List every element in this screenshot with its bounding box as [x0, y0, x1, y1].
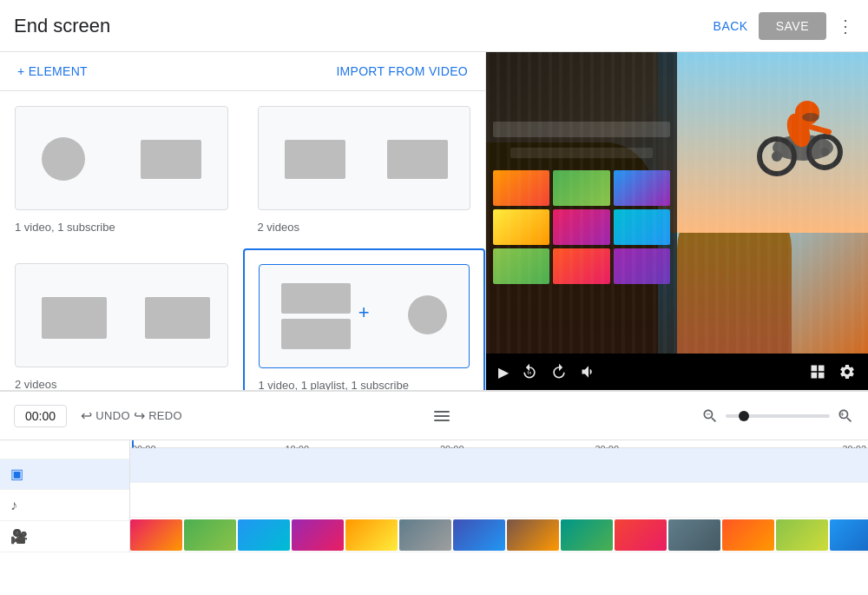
playlist-rects	[281, 283, 351, 349]
thumb-12	[722, 519, 774, 551]
controls-right	[807, 361, 858, 382]
video-overlay	[486, 52, 677, 354]
template-preview-3	[15, 263, 228, 367]
thumb-9	[561, 519, 613, 551]
app-header: End screen BACK SAVE ⋮	[0, 0, 868, 52]
thumb-1	[130, 519, 182, 551]
redo-label: REDO	[148, 409, 182, 422]
thumb-2	[184, 519, 236, 551]
header-actions: BACK SAVE ⋮	[713, 12, 854, 40]
zoom-out-button[interactable]	[701, 407, 719, 425]
volume-button[interactable]	[578, 361, 599, 382]
hamburger-menu[interactable]	[434, 411, 450, 421]
redo-arrow-icon: ↪	[134, 407, 145, 424]
template-card[interactable]: 2 videos	[0, 248, 243, 390]
zoom-in-button[interactable]	[837, 407, 854, 425]
video-preview	[486, 52, 868, 354]
back-button[interactable]: BACK	[713, 19, 748, 33]
thumb-6	[614, 209, 670, 245]
video-track-label[interactable]: 🎥	[0, 521, 129, 552]
thumb-6	[399, 519, 451, 551]
hamburger-line-2	[434, 415, 450, 417]
rewind-button[interactable]	[519, 361, 540, 382]
audio-track-row	[130, 483, 868, 518]
audio-track-label[interactable]: ♪	[0, 490, 129, 521]
ruler-marks: 00:00 10:00 20:00 30:00 39:02	[130, 440, 868, 447]
playlist-rect-bottom	[281, 319, 351, 349]
rect-shape-left2	[42, 297, 107, 339]
timeline-main: 00:00 10:00 20:00 30:00 39:02	[130, 440, 868, 552]
timeline-sidebar: ▣ ♪ 🎥	[0, 440, 130, 552]
save-button[interactable]: SAVE	[759, 12, 826, 40]
video-track-icon: 🎥	[10, 528, 28, 545]
screen-track-row	[130, 448, 868, 483]
rect-shape	[141, 140, 201, 179]
more-options-button[interactable]: ⋮	[837, 16, 854, 36]
subscribe-circle	[408, 295, 447, 334]
playlist-rect-top	[281, 283, 351, 314]
zoom-handle[interactable]	[739, 411, 749, 421]
playhead-line	[132, 440, 134, 447]
rect-shape-right2	[145, 297, 210, 339]
grid-view-button[interactable]	[807, 361, 828, 382]
thumb-1	[493, 170, 549, 206]
undo-button[interactable]: ↩ UNDO	[81, 407, 130, 424]
overlay-subtitle	[510, 148, 652, 158]
volume-icon	[580, 363, 597, 380]
thumb-5	[345, 519, 398, 551]
hamburger-line-3	[434, 420, 450, 421]
thumb-10	[615, 519, 667, 551]
screen-track-label[interactable]: ▣	[0, 459, 129, 491]
thumb-13	[776, 519, 828, 551]
settings-button[interactable]	[837, 361, 858, 382]
panel-toolbar: + ELEMENT IMPORT FROM VIDEO	[0, 52, 485, 91]
redo-button[interactable]: ↪ REDO	[134, 407, 182, 424]
zoom-slider[interactable]	[726, 414, 830, 418]
template-label: 2 videos	[258, 221, 471, 234]
zoom-track	[752, 415, 821, 417]
undo-arrow-icon: ↩	[81, 407, 92, 424]
play-button[interactable]: ▶	[496, 362, 510, 382]
template-card[interactable]: 2 videos	[243, 91, 486, 248]
overlay-title	[493, 122, 670, 137]
controls-left: ▶	[496, 361, 599, 382]
video-filmstrip	[130, 518, 868, 552]
add-element-button[interactable]: + ELEMENT	[17, 64, 88, 78]
time-display: 00:00	[14, 405, 67, 427]
moto-rider	[720, 61, 851, 191]
svg-point-4	[820, 148, 829, 156]
thumb-7	[493, 248, 549, 284]
zoom-in-icon	[837, 407, 854, 425]
zoom-out-icon	[701, 407, 719, 425]
rect-shape-left	[285, 140, 345, 179]
undo-label: UNDO	[95, 409, 129, 422]
templates-panel: + ELEMENT IMPORT FROM VIDEO 1 video, 1 s…	[0, 52, 486, 390]
template-label: 1 video, 1 playlist, 1 subscribe	[259, 379, 470, 390]
video-container: ▶	[486, 52, 868, 390]
thumb-4	[493, 209, 549, 245]
forward-icon	[550, 363, 568, 380]
forward-button[interactable]	[549, 361, 569, 382]
template-label: 2 videos	[15, 378, 228, 390]
timeline-area: ▣ ♪ 🎥 00:00 10:00 20:00 30:00 39:02	[0, 440, 868, 552]
play-icon: ▶	[498, 364, 509, 380]
template-preview-4: +	[259, 264, 470, 368]
undo-redo-group: ↩ UNDO ↪ REDO	[81, 407, 182, 424]
template-card-selected[interactable]: + 1 video, 1 playlist, 1 subscribe	[243, 248, 486, 390]
thumb-2	[553, 170, 609, 206]
svg-point-2	[772, 151, 782, 162]
page-title: End screen	[14, 15, 110, 37]
circle-shape	[42, 137, 85, 181]
timeline-tracks	[130, 448, 868, 552]
video-controls: ▶	[486, 354, 868, 390]
template-card[interactable]: 1 video, 1 subscribe	[0, 91, 243, 248]
thumb-5	[553, 209, 609, 245]
zoom-controls	[701, 407, 854, 425]
import-from-video-button[interactable]: IMPORT FROM VIDEO	[336, 64, 468, 78]
svg-point-7	[802, 113, 819, 122]
thumb-8	[507, 519, 559, 551]
screen-track-icon: ▣	[10, 466, 23, 482]
more-icon: ⋮	[837, 16, 854, 36]
thumb-8	[553, 248, 609, 284]
templates-grid: 1 video, 1 subscribe 2 videos 2 videos	[0, 91, 485, 390]
